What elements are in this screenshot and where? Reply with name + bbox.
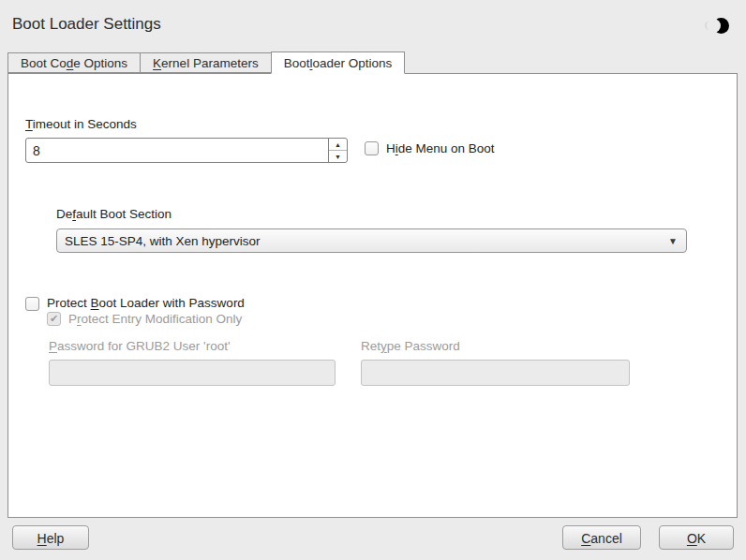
protect-entry-label: Protect Entry Modification Only xyxy=(68,312,242,326)
checkmark-icon: ✔ xyxy=(50,314,58,324)
help-button[interactable]: Help xyxy=(12,525,89,550)
tab-boot-code-options[interactable]: Boot Code Options xyxy=(7,52,141,73)
spin-up-icon[interactable]: ▲ xyxy=(329,139,347,150)
tab-kernel-parameters[interactable]: Kernel Parameters xyxy=(140,52,272,73)
tab-bar: Boot Code Options Kernel Parameters Boot… xyxy=(7,52,404,73)
timeout-spinbox: ▲ ▼ xyxy=(25,138,348,163)
protect-entry-checkbox: ✔ xyxy=(47,312,61,326)
page-title: Boot Loader Settings xyxy=(12,15,161,34)
hide-menu-label[interactable]: Hide Menu on Boot xyxy=(386,141,495,155)
boot-loader-settings-dialog: Boot Loader Settings Boot Code Options K… xyxy=(0,0,746,560)
password-field xyxy=(49,360,336,386)
crescent-icon xyxy=(713,18,729,34)
timeout-label: Timeout in Seconds xyxy=(25,117,137,131)
default-boot-section-label: Default Boot Section xyxy=(56,207,172,221)
default-boot-section-dropdown[interactable]: SLES 15-SP4, with Xen hypervisor ▼ xyxy=(56,228,687,253)
retype-password-field xyxy=(361,360,630,386)
hide-menu-checkbox[interactable] xyxy=(365,141,379,155)
retype-password-label: Retype Password xyxy=(361,339,460,353)
cancel-button[interactable]: Cancel xyxy=(562,525,641,550)
timeout-input[interactable] xyxy=(26,139,328,162)
spin-down-icon[interactable]: ▼ xyxy=(329,150,347,162)
moon-icon xyxy=(705,16,729,37)
tab-bootloader-options[interactable]: Bootloader Options xyxy=(271,52,406,74)
chevron-down-icon: ▼ xyxy=(668,236,678,246)
protect-password-label[interactable]: Protect Boot Loader with Password xyxy=(47,296,245,310)
timeout-spin-buttons: ▲ ▼ xyxy=(328,139,347,162)
protect-password-checkbox[interactable] xyxy=(25,297,39,311)
password-label: Password for GRUB2 User 'root' xyxy=(49,339,230,353)
ok-button[interactable]: OK xyxy=(659,525,734,550)
default-boot-section-value: SLES 15-SP4, with Xen hypervisor xyxy=(65,234,261,248)
